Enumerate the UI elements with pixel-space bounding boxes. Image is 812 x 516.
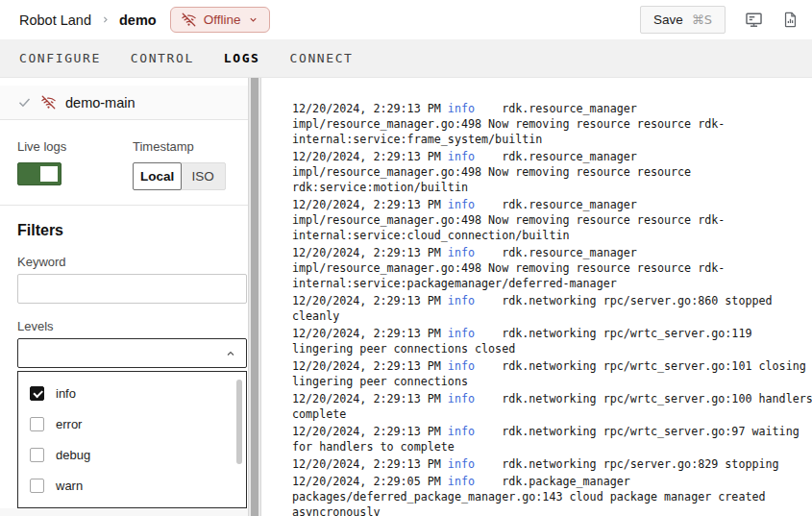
breadcrumb: Robot Land demo xyxy=(19,12,157,28)
keyword-label: Keyword xyxy=(17,255,248,269)
log-timestamp: 12/20/2024, 2:29:13 PM xyxy=(292,327,441,340)
log-entry: 12/20/2024, 2:29:13 PMinfordk.resource_m… xyxy=(292,245,812,291)
timestamp-option-iso[interactable]: ISO xyxy=(181,163,225,189)
level-option[interactable]: info xyxy=(18,378,246,408)
wifi-off-icon xyxy=(182,12,196,27)
timestamp-label: Timestamp xyxy=(133,139,226,154)
log-timestamp: 12/20/2024, 2:29:13 PM xyxy=(292,425,441,438)
level-checkbox[interactable] xyxy=(30,479,44,493)
log-controls: Live logs Timestamp Local ISO xyxy=(0,120,248,206)
logs-sidebar: demo-main Live logs Timestamp Local ISO … xyxy=(0,78,248,516)
timestamp-format-switch: Local ISO xyxy=(133,162,226,190)
save-shortcut: ⌘S xyxy=(692,12,712,27)
log-timestamp: 12/20/2024, 2:29:13 PM xyxy=(292,392,441,405)
levels-dropdown: info error debug warn xyxy=(17,371,247,508)
timestamp-option-local[interactable]: Local xyxy=(133,162,182,190)
status-label: Offline xyxy=(204,12,241,27)
level-option-label: warn xyxy=(56,479,83,493)
file-report-icon[interactable] xyxy=(782,11,799,29)
dropdown-scrollbar[interactable] xyxy=(236,380,242,464)
log-entry: 12/20/2024, 2:29:13 PMinfordk.networking… xyxy=(292,391,812,422)
log-timestamp: 12/20/2024, 2:29:13 PM xyxy=(292,198,441,211)
log-timestamp: 12/20/2024, 2:29:13 PM xyxy=(292,102,441,115)
levels-option-list: info error debug warn xyxy=(18,378,246,501)
save-label: Save xyxy=(653,12,683,27)
sidebar-filler xyxy=(0,508,248,516)
live-logs-label: Live logs xyxy=(17,139,133,154)
log-entry: 12/20/2024, 2:29:13 PMinfordk.resource_m… xyxy=(292,101,812,147)
machine-monitor-icon[interactable] xyxy=(745,11,763,29)
header: Robot Land demo Offline Save ⌘S xyxy=(0,0,812,39)
log-level: info xyxy=(448,474,502,489)
log-timestamp: 12/20/2024, 2:29:13 PM xyxy=(292,359,441,373)
log-level: info xyxy=(448,101,502,116)
log-timestamp: 12/20/2024, 2:29:13 PM xyxy=(292,294,441,307)
wifi-off-icon xyxy=(41,95,56,110)
chevron-up-icon xyxy=(225,348,236,359)
filters-title: Filters xyxy=(17,222,248,239)
log-timestamp: 12/20/2024, 2:29:05 PM xyxy=(292,475,441,488)
level-checkbox[interactable] xyxy=(30,448,44,462)
log-level: info xyxy=(448,197,502,212)
tab-connect[interactable]: CONNECT xyxy=(290,51,354,65)
log-level: info xyxy=(448,391,502,406)
log-entry: 12/20/2024, 2:29:13 PMinfordk.resource_m… xyxy=(292,197,812,243)
levels-select[interactable] xyxy=(17,338,247,368)
log-message: rdk.networking rpc/server.go:829 stoppin… xyxy=(502,457,779,471)
log-entry: 12/20/2024, 2:29:13 PMinfordk.networking… xyxy=(292,358,812,389)
levels-label: Levels xyxy=(17,319,248,333)
log-timestamp: 12/20/2024, 2:29:13 PM xyxy=(292,246,441,259)
tab-logs[interactable]: LOGS xyxy=(224,51,260,65)
live-logs-toggle[interactable] xyxy=(17,162,62,185)
log-panel: 12/20/2024, 2:29:13 PMinfordk.resource_m… xyxy=(261,78,812,516)
log-level: info xyxy=(448,424,502,439)
keyword-input[interactable] xyxy=(17,274,247,304)
log-entry: 12/20/2024, 2:29:13 PMinfordk.networking… xyxy=(292,456,812,472)
log-level: info xyxy=(448,358,502,374)
toggle-knob xyxy=(40,166,58,182)
part-selector-demo-main[interactable]: demo-main xyxy=(0,86,248,120)
breadcrumb-org[interactable]: Robot Land xyxy=(19,12,91,28)
level-option[interactable]: error xyxy=(18,408,246,439)
log-level: info xyxy=(448,326,502,341)
log-level: info xyxy=(448,293,502,308)
divider-handle[interactable] xyxy=(251,78,258,516)
log-level: info xyxy=(448,456,502,472)
level-option-label: debug xyxy=(56,448,90,462)
level-checkbox[interactable] xyxy=(30,386,44,401)
log-entry: 12/20/2024, 2:29:13 PMinfordk.networking… xyxy=(292,424,812,455)
chevron-right-icon xyxy=(101,15,110,24)
breadcrumb-machine[interactable]: demo xyxy=(119,12,157,28)
level-option[interactable]: warn xyxy=(18,470,246,501)
level-option[interactable]: debug xyxy=(18,439,246,470)
machine-status-dropdown[interactable]: Offline xyxy=(170,7,271,33)
tab-configure[interactable]: CONFIGURE xyxy=(19,51,101,65)
log-timestamp: 12/20/2024, 2:29:13 PM xyxy=(292,457,441,471)
level-option-label: error xyxy=(56,417,82,431)
log-level: info xyxy=(448,245,502,260)
check-icon xyxy=(17,95,32,110)
log-entry: 12/20/2024, 2:29:13 PMinfordk.networking… xyxy=(292,326,812,356)
main-content: demo-main Live logs Timestamp Local ISO … xyxy=(0,78,812,516)
chevron-down-icon xyxy=(248,14,258,25)
tab-bar: CONFIGURE CONTROL LOGS CONNECT xyxy=(0,39,812,78)
save-button[interactable]: Save ⌘S xyxy=(640,6,726,34)
level-option-label: info xyxy=(56,386,76,401)
part-name: demo-main xyxy=(65,95,135,111)
log-list: 12/20/2024, 2:29:13 PMinfordk.resource_m… xyxy=(292,101,812,516)
tab-control[interactable]: CONTROL xyxy=(131,51,194,65)
log-timestamp: 12/20/2024, 2:29:13 PM xyxy=(292,150,441,163)
level-checkbox[interactable] xyxy=(30,417,44,431)
log-entry: 12/20/2024, 2:29:13 PMinfordk.networking… xyxy=(292,293,812,324)
log-entry: 12/20/2024, 2:29:05 PMinfordk.package_ma… xyxy=(292,474,812,516)
log-level: info xyxy=(448,149,502,164)
header-actions: Save ⌘S xyxy=(640,6,799,34)
panel-divider[interactable] xyxy=(248,78,261,516)
log-entry: 12/20/2024, 2:29:13 PMinfordk.resource_m… xyxy=(292,149,812,195)
